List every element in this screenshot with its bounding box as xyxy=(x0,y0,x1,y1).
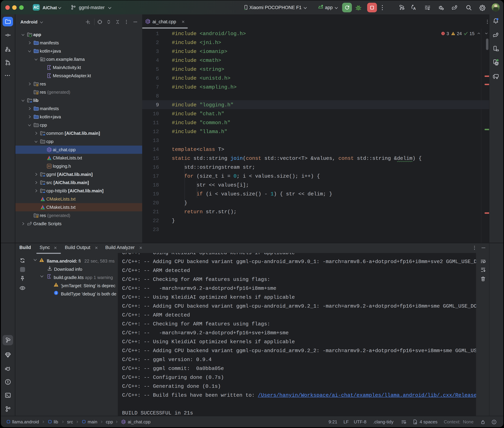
svg-text:A: A xyxy=(413,6,416,11)
